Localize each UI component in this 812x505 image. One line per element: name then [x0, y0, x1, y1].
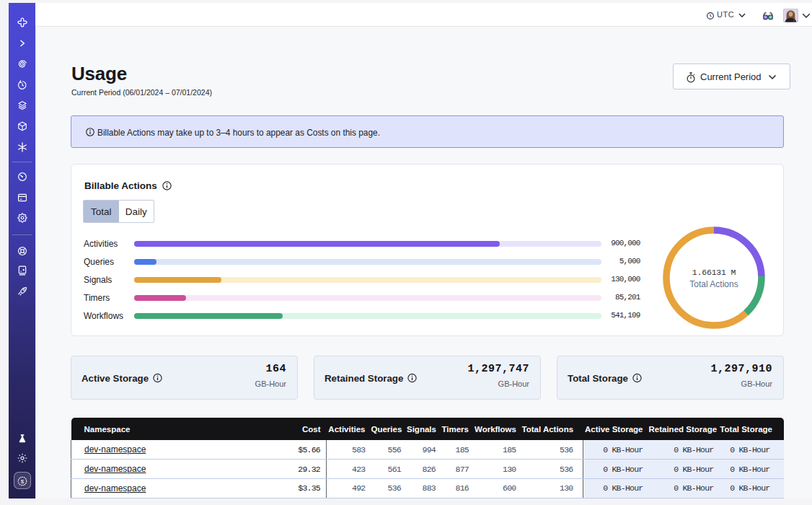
svg-text:$: $ [21, 478, 25, 484]
